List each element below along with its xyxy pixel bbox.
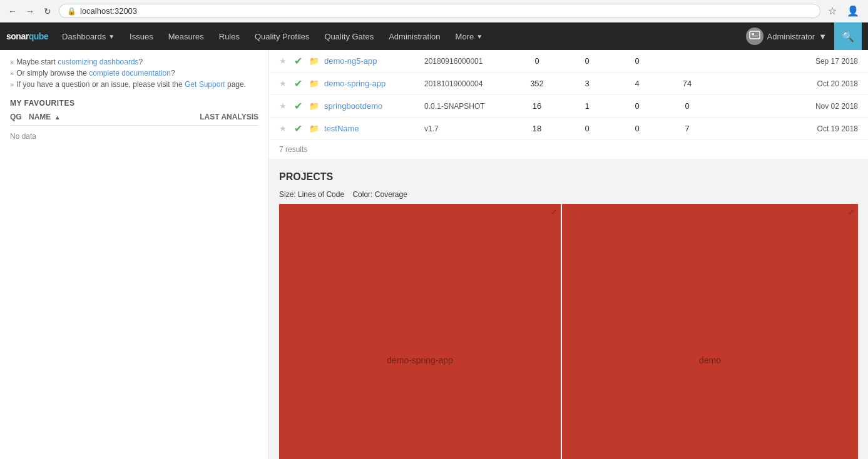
svg-rect-0 (750, 31, 760, 39)
nav-rules[interactable]: Rules (212, 23, 247, 50)
project-link-3[interactable]: springbootdemo (324, 101, 382, 111)
fav-header-last-analysis: LAST ANALYSIS (200, 113, 258, 121)
star-icon-1[interactable]: ★ (279, 56, 294, 66)
star-icon-3[interactable]: ★ (279, 101, 294, 111)
status-badge-1: ✔ (294, 55, 309, 67)
search-icon: 🔍 (842, 31, 854, 43)
status-badge-4: ✔ (294, 123, 309, 134)
main-layout: » Maybe start customizing dashboards? » … (0, 50, 868, 459)
forward-button[interactable]: → (24, 5, 36, 18)
project-date-4: Oct 19 2018 (795, 124, 858, 133)
color-value: Coverage (375, 190, 407, 199)
svg-rect-2 (752, 36, 758, 36)
projects-section: PROJECTS Size: Lines of Code Color: Cove… (269, 164, 868, 459)
sidebar: » Maybe start customizing dashboards? » … (0, 50, 269, 459)
project-name-4: testName (324, 124, 424, 133)
my-favourites-title: MY FAVOURITES (10, 99, 258, 108)
project-date-2: Oct 20 2018 (795, 79, 858, 88)
project-bugs-3: 16 (512, 101, 562, 111)
nav-administration[interactable]: Administration (381, 23, 447, 50)
logo[interactable]: sonarqube (6, 31, 48, 41)
nav-quality-profiles[interactable]: Quality Profiles (247, 23, 317, 50)
admin-menu[interactable]: Administrator ▼ (741, 23, 832, 50)
logo-sonar: sonar (6, 31, 29, 41)
status-ok-icon: ✔ (294, 123, 302, 134)
admin-chevron-icon: ▼ (819, 32, 827, 41)
size-value: Lines of Code (298, 190, 344, 199)
tip-2: » Or simply browse the complete document… (10, 69, 258, 78)
project-coverage-3: 0 (662, 101, 712, 111)
get-support-link[interactable]: Get Support (185, 80, 225, 89)
project-vuln-1: 0 (562, 56, 612, 66)
project-version-2: 20181019000004 (424, 79, 512, 88)
status-ok-icon: ✔ (294, 78, 302, 89)
expand-icon-left[interactable]: ⤢ (551, 208, 557, 216)
project-link-2[interactable]: demo-spring-app (324, 79, 385, 88)
project-smells-2: 4 (612, 79, 662, 88)
treemap: ⤢ demo-spring-app ⤢ demo (279, 204, 858, 459)
nav-quality-gates[interactable]: Quality Gates (317, 23, 381, 50)
table-row: ★ ✔ 📁 springbootdemo 0.0.1-SNAPSHOT 16 1… (269, 95, 868, 118)
logo-text: sonarqube (6, 31, 48, 41)
treemap-label-right: demo (699, 355, 721, 365)
project-date-3: Nov 02 2018 (795, 102, 858, 111)
admin-label: Administrator (767, 32, 815, 41)
navbar-right: Administrator ▼ 🔍 (741, 23, 862, 50)
projects-table: ★ ✔ 📁 demo-ng5-app 20180916000001 0 0 0 … (269, 50, 868, 159)
tip-3: » If you have a question or an issue, pl… (10, 80, 258, 89)
project-smells-4: 0 (612, 124, 662, 133)
treemap-cell-demo-spring-app[interactable]: ⤢ demo-spring-app (279, 204, 561, 459)
nav-measures[interactable]: Measures (161, 23, 212, 50)
treemap-cell-demo[interactable]: ⤢ demo (562, 204, 858, 459)
tip-1: » Maybe start customizing dashboards? (10, 58, 258, 66)
project-icon-1: 📁 (309, 56, 324, 66)
arrow-icon-1: » (10, 58, 14, 66)
project-vuln-4: 0 (562, 124, 612, 133)
nav-dashboards[interactable]: Dashboards ▼ (54, 23, 122, 50)
chevron-down-icon-more: ▼ (476, 33, 483, 40)
project-version-1: 20180916000001 (424, 57, 512, 66)
project-smells-1: 0 (612, 56, 662, 66)
status-badge-2: ✔ (294, 78, 309, 89)
nav-more[interactable]: More ▼ (448, 23, 491, 50)
table-row: ★ ✔ 📁 demo-ng5-app 20180916000001 0 0 0 … (269, 50, 868, 73)
complete-documentation-link[interactable]: complete documentation (89, 69, 171, 78)
avatar (746, 28, 763, 45)
logo-qube: qube (29, 31, 48, 41)
project-icon-3: 📁 (309, 101, 324, 111)
project-link-4[interactable]: testName (324, 124, 359, 133)
reload-button[interactable]: ↻ (41, 5, 54, 18)
sort-arrow-icon[interactable]: ▲ (54, 114, 61, 121)
project-vuln-3: 1 (562, 101, 612, 111)
results-count: 7 results (269, 140, 868, 159)
project-version-4: v1.7 (424, 124, 512, 133)
star-icon-2[interactable]: ★ (279, 79, 294, 88)
back-button[interactable]: ← (6, 5, 19, 18)
table-row: ★ ✔ 📁 demo-spring-app 20181019000004 352… (269, 73, 868, 95)
address-bar[interactable]: 🔒 localhost:32003 (59, 4, 820, 18)
arrow-icon-2: » (10, 69, 14, 77)
projects-section-title: PROJECTS (269, 164, 868, 188)
no-data-label: No data (10, 129, 258, 143)
project-name-1: demo-ng5-app (324, 56, 424, 66)
project-version-3: 0.0.1-SNAPSHOT (424, 102, 512, 111)
my-favourites: MY FAVOURITES QG NAME ▲ LAST ANALYSIS No… (10, 99, 258, 143)
bookmark-icon[interactable]: ☆ (828, 5, 837, 17)
nav-issues[interactable]: Issues (122, 23, 161, 50)
url-text: localhost:32003 (80, 6, 137, 16)
treemap-label-left: demo-spring-app (387, 355, 453, 365)
project-vuln-2: 3 (562, 79, 612, 88)
expand-icon-right[interactable]: ⤢ (848, 208, 854, 216)
status-ok-icon: ✔ (294, 101, 302, 111)
project-coverage-2: 74 (662, 79, 712, 88)
lock-icon: 🔒 (67, 7, 76, 16)
navbar: sonarqube Dashboards ▼ Issues Measures R… (0, 23, 868, 50)
project-link-1[interactable]: demo-ng5-app (324, 56, 377, 66)
star-icon-4[interactable]: ★ (279, 124, 294, 133)
project-name-3: springbootdemo (324, 101, 424, 111)
customizing-dashboards-link[interactable]: customizing dashboards (58, 58, 138, 66)
color-label: Color: (352, 190, 372, 199)
project-bugs-2: 352 (512, 79, 562, 88)
profile-icon[interactable]: 👤 (847, 5, 859, 17)
search-button[interactable]: 🔍 (834, 23, 862, 50)
